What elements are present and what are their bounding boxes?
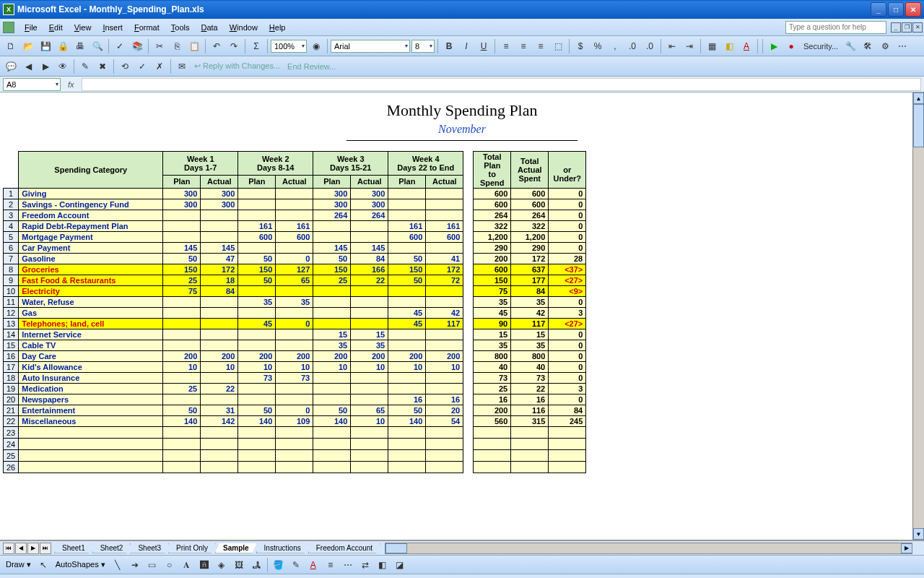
data-cell[interactable] xyxy=(276,243,313,254)
data-cell[interactable]: 166 xyxy=(351,264,388,275)
data-cell[interactable]: 200 xyxy=(276,351,313,362)
data-cell[interactable] xyxy=(388,340,426,351)
data-cell[interactable] xyxy=(426,189,463,199)
data-cell[interactable] xyxy=(388,286,426,297)
data-cell[interactable]: 140 xyxy=(238,416,276,427)
undo-icon[interactable]: ↶ xyxy=(209,38,225,54)
macro-record-icon[interactable]: ● xyxy=(783,38,799,54)
data-cell[interactable]: 145 xyxy=(313,243,351,254)
data-cell[interactable] xyxy=(238,286,276,297)
data-cell[interactable]: 300 xyxy=(201,199,238,210)
total-cell[interactable]: 0 xyxy=(549,199,586,210)
redo-icon[interactable]: ↷ xyxy=(226,38,242,54)
data-cell[interactable]: 16 xyxy=(388,394,426,405)
decrease-indent-icon[interactable]: ⇤ xyxy=(664,38,680,54)
data-cell[interactable]: 54 xyxy=(426,416,463,427)
data-cell[interactable] xyxy=(201,329,238,340)
total-cell[interactable]: 200 xyxy=(474,405,511,416)
data-cell[interactable] xyxy=(426,243,463,254)
row-header[interactable]: 17 xyxy=(4,362,19,373)
data-cell[interactable] xyxy=(388,297,426,308)
data-cell[interactable]: 50 xyxy=(313,254,351,264)
data-cell[interactable] xyxy=(351,297,388,308)
data-cell[interactable]: 161 xyxy=(426,221,463,232)
oval-icon[interactable]: ○ xyxy=(162,557,178,573)
data-cell[interactable]: 16 xyxy=(426,394,463,405)
data-cell[interactable]: 65 xyxy=(276,275,313,286)
3d-icon[interactable]: ◪ xyxy=(392,557,408,573)
minimize-button[interactable]: _ xyxy=(871,2,886,17)
design-icon[interactable]: 🛠 xyxy=(860,38,876,54)
total-cell[interactable]: 116 xyxy=(511,405,549,416)
data-cell[interactable]: 10 xyxy=(351,362,388,373)
total-cell[interactable]: 35 xyxy=(474,297,511,308)
permission-icon[interactable]: 🔒 xyxy=(55,38,71,54)
tab-next-icon[interactable]: ▶ xyxy=(27,543,39,554)
sheet-tab-instructions[interactable]: Instructions xyxy=(256,543,309,553)
comma-icon[interactable]: , xyxy=(607,38,623,54)
total-cell[interactable]: 600 xyxy=(474,199,511,210)
data-cell[interactable] xyxy=(238,210,276,221)
data-cell[interactable]: 35 xyxy=(351,340,388,351)
data-cell[interactable] xyxy=(388,199,426,210)
data-cell[interactable] xyxy=(313,286,351,297)
data-cell[interactable] xyxy=(313,384,351,394)
data-cell[interactable]: 31 xyxy=(201,405,238,416)
menu-file[interactable]: File xyxy=(19,22,43,33)
data-cell[interactable]: 200 xyxy=(351,351,388,362)
data-cell[interactable]: 127 xyxy=(276,264,313,275)
total-cell[interactable]: 15 xyxy=(474,329,511,340)
data-cell[interactable] xyxy=(388,329,426,340)
row-header[interactable]: 19 xyxy=(4,384,19,394)
total-cell[interactable]: 40 xyxy=(474,362,511,373)
row-header[interactable]: 14 xyxy=(4,329,19,340)
doc-minimize-button[interactable]: _ xyxy=(891,22,901,33)
data-cell[interactable]: 45 xyxy=(388,319,426,329)
data-cell[interactable]: 600 xyxy=(426,232,463,243)
data-cell[interactable] xyxy=(238,243,276,254)
scroll-thumb[interactable] xyxy=(913,104,924,147)
data-cell[interactable] xyxy=(388,373,426,384)
data-cell[interactable]: 300 xyxy=(163,189,201,199)
total-cell[interactable]: 0 xyxy=(549,373,586,384)
data-cell[interactable]: 75 xyxy=(163,286,201,297)
data-cell[interactable] xyxy=(351,373,388,384)
fontsize-combo[interactable]: 8 xyxy=(411,40,435,53)
data-cell[interactable] xyxy=(276,199,313,210)
data-cell[interactable]: 150 xyxy=(313,264,351,275)
data-cell[interactable]: 300 xyxy=(351,189,388,199)
reply-changes-link[interactable]: ↩ Reply with Changes... xyxy=(191,61,283,71)
row-header[interactable]: 1 xyxy=(4,189,19,199)
category-cell[interactable]: Gasoline xyxy=(19,254,163,264)
total-cell[interactable]: 84 xyxy=(549,405,586,416)
total-cell[interactable]: 1,200 xyxy=(474,232,511,243)
hscroll-right-icon[interactable]: ▶ xyxy=(901,543,912,553)
autoshapes-menu[interactable]: AutoShapes ▾ xyxy=(53,560,108,569)
category-cell[interactable]: Mortgage Payment xyxy=(19,232,163,243)
data-cell[interactable] xyxy=(426,210,463,221)
total-cell[interactable]: 28 xyxy=(549,254,586,264)
wordart-icon[interactable]: 🅰 xyxy=(196,557,212,573)
total-cell[interactable]: 560 xyxy=(474,416,511,427)
data-cell[interactable] xyxy=(313,221,351,232)
align-right-icon[interactable]: ≡ xyxy=(533,38,549,54)
data-cell[interactable] xyxy=(276,210,313,221)
arrow-style-icon[interactable]: ⇄ xyxy=(357,557,373,573)
ink-icon[interactable]: ✎ xyxy=(77,59,93,74)
data-cell[interactable]: 20 xyxy=(426,405,463,416)
data-cell[interactable]: 73 xyxy=(238,373,276,384)
data-cell[interactable] xyxy=(163,394,201,405)
paste-icon[interactable]: 📋 xyxy=(186,38,202,54)
data-cell[interactable]: 145 xyxy=(351,243,388,254)
underline-icon[interactable]: U xyxy=(476,38,492,54)
menu-data[interactable]: Data xyxy=(195,22,223,33)
data-cell[interactable] xyxy=(201,373,238,384)
total-cell[interactable]: 290 xyxy=(474,243,511,254)
data-cell[interactable]: 15 xyxy=(351,329,388,340)
total-cell[interactable]: 15 xyxy=(511,329,549,340)
menu-format[interactable]: Format xyxy=(128,22,165,33)
data-cell[interactable] xyxy=(163,221,201,232)
data-cell[interactable]: 73 xyxy=(276,373,313,384)
sheet-tab-sheet3[interactable]: Sheet3 xyxy=(130,543,169,553)
data-cell[interactable]: 0 xyxy=(276,319,313,329)
